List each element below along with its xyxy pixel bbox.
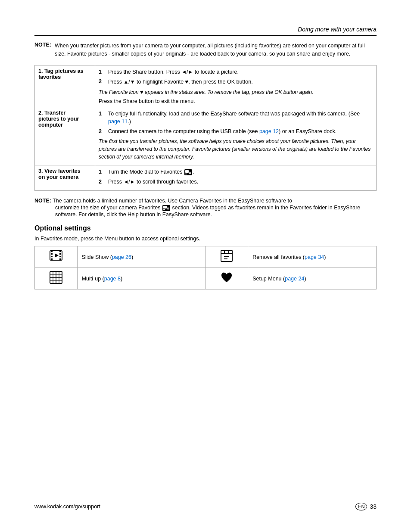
svg-rect-16 bbox=[59, 252, 61, 253]
arrow-lr-view-icon: ◄/► bbox=[123, 179, 135, 185]
favorites-dial-icon bbox=[184, 168, 193, 176]
remove-favorites-label: Remove all favorites (page 34) bbox=[248, 246, 377, 268]
svg-rect-20 bbox=[221, 250, 232, 261]
svg-point-3 bbox=[190, 172, 190, 173]
footer-url: www.kodak.com/go/support bbox=[34, 504, 100, 510]
multiup-icon-cell bbox=[35, 268, 78, 289]
multiup-icon bbox=[49, 271, 63, 284]
step-1-view-text: Turn the Mode dial to Favorites . bbox=[108, 168, 194, 176]
link-remove-fav[interactable]: page 34 bbox=[305, 254, 324, 260]
svg-rect-17 bbox=[59, 255, 61, 256]
row-content-tag: 1 Press the Share button. Press ◄/► to l… bbox=[95, 65, 377, 107]
setup-icon bbox=[220, 271, 234, 284]
step-num-t1: 1 bbox=[99, 110, 106, 126]
step-num-1: 1 bbox=[99, 68, 106, 76]
row-content-transfer: 1 To enjoy full functionality, load and … bbox=[95, 107, 377, 165]
note2-label: NOTE: bbox=[34, 198, 51, 204]
heart-icon-inline: ♥ bbox=[140, 88, 143, 96]
extra-note-tag: Press the Share button to exit the menu. bbox=[99, 98, 373, 104]
optional-settings-intro: In Favorites mode, press the Menu button… bbox=[34, 236, 377, 242]
note2-text: The camera holds a limited number of fav… bbox=[53, 198, 292, 204]
step-1-transfer: 1 To enjoy full functionality, load and … bbox=[99, 110, 373, 126]
svg-rect-1 bbox=[185, 170, 189, 173]
favorites-icon-note bbox=[162, 205, 172, 211]
table-row-tag: 1. Tag pictures asfavorites 1 Press the … bbox=[35, 65, 377, 107]
svg-rect-9 bbox=[163, 209, 165, 210]
svg-rect-21 bbox=[221, 253, 232, 254]
step-2-tag-text: Press ▲/▼ to highlight Favorite ♥, then … bbox=[108, 78, 253, 86]
setup-icon-cell bbox=[206, 268, 248, 289]
optional-settings-table: Slide Show (page 26) Remove all favorite… bbox=[34, 246, 377, 289]
svg-rect-14 bbox=[51, 255, 53, 256]
footer-page-section: EN 33 bbox=[355, 503, 377, 510]
row-header-transfer: 2. Transferpictures to yourcomputer bbox=[35, 107, 95, 165]
step-1-transfer-text: To enjoy full functionality, load and us… bbox=[108, 110, 373, 126]
svg-rect-22 bbox=[224, 250, 225, 253]
page: Doing more with your camera NOTE: When y… bbox=[0, 0, 411, 532]
link-setup[interactable]: page 24 bbox=[285, 276, 304, 282]
remove-favorites-icon bbox=[220, 249, 234, 263]
italic-note-tag: The Favorite icon ♥ appears in the statu… bbox=[99, 88, 373, 96]
step-num-v1: 1 bbox=[99, 168, 106, 176]
optional-row-2: Multi-up (page 8) Setup Menu (page 24) bbox=[35, 268, 377, 289]
step-num-t2: 2 bbox=[99, 128, 106, 136]
note-block-1: NOTE: When you transfer pictures from yo… bbox=[34, 42, 377, 58]
note2-text-cont: customize the size of your camera Favori… bbox=[34, 205, 377, 218]
svg-rect-23 bbox=[228, 250, 229, 253]
svg-rect-4 bbox=[185, 174, 187, 174]
row-header-tag: 1. Tag pictures asfavorites bbox=[35, 65, 95, 107]
link-page11[interactable]: page 11 bbox=[108, 118, 128, 124]
page-number: 33 bbox=[370, 503, 377, 510]
row-header-view: 3. View favoriteson your camera bbox=[35, 165, 95, 190]
setup-menu-label: Setup Menu (page 24) bbox=[248, 268, 377, 289]
step-2-view-text: Press ◄/► to scroll through favorites. bbox=[108, 178, 198, 186]
row-content-view: 1 Turn the Mode dial to Favorites . bbox=[95, 165, 377, 190]
step-num-2: 2 bbox=[99, 78, 106, 86]
svg-marker-19 bbox=[55, 253, 59, 258]
step-1-view: 1 Turn the Mode dial to Favorites . bbox=[99, 168, 373, 176]
link-slideshow[interactable]: page 26 bbox=[112, 254, 131, 260]
svg-rect-18 bbox=[59, 257, 61, 258]
step-2-view: 2 Press ◄/► to scroll through favorites. bbox=[99, 178, 373, 186]
note1-text: When you transfer pictures from your cam… bbox=[55, 42, 377, 58]
main-content-table: 1. Tag pictures asfavorites 1 Press the … bbox=[34, 65, 377, 191]
slideshow-icon bbox=[49, 249, 63, 263]
arrow-ud-icon: ▲/▼ bbox=[123, 79, 135, 85]
step-2-transfer-text: Connect the camera to the computer using… bbox=[108, 128, 336, 136]
table-row-transfer: 2. Transferpictures to yourcomputer 1 To… bbox=[35, 107, 377, 165]
slideshow-label: Slide Show (page 26) bbox=[77, 246, 206, 268]
svg-rect-13 bbox=[51, 252, 53, 253]
svg-rect-15 bbox=[51, 257, 53, 258]
remove-fav-icon-cell bbox=[206, 246, 248, 268]
step-1-tag-text: Press the Share button. Press ◄/► to loc… bbox=[108, 68, 239, 76]
optional-row-1: Slide Show (page 26) Remove all favorite… bbox=[35, 246, 377, 268]
table-row-view: 3. View favoriteson your camera 1 Turn t… bbox=[35, 165, 377, 190]
language-badge: EN bbox=[355, 503, 367, 510]
step-num-v2: 2 bbox=[99, 178, 106, 186]
page-footer: www.kodak.com/go/support EN 33 bbox=[34, 503, 377, 510]
step-2-tag: 2 Press ▲/▼ to highlight Favorite ♥, the… bbox=[99, 78, 373, 86]
italic-note-transfer: The first time you transfer pictures, th… bbox=[99, 137, 373, 161]
note-block-2: NOTE: The camera holds a limited number … bbox=[34, 197, 377, 218]
heart-icon: ♥ bbox=[185, 78, 189, 86]
step-2-transfer: 2 Connect the camera to the computer usi… bbox=[99, 128, 373, 136]
note1-label: NOTE: bbox=[34, 42, 51, 58]
multiup-label: Multi-up (page 8) bbox=[77, 268, 206, 289]
step-1-tag: 1 Press the Share button. Press ◄/► to l… bbox=[99, 68, 373, 76]
link-page12[interactable]: page 12 bbox=[259, 128, 279, 134]
page-header-title: Doing more with your camera bbox=[298, 26, 377, 33]
svg-point-8 bbox=[168, 208, 168, 209]
page-header: Doing more with your camera bbox=[34, 26, 377, 36]
svg-rect-6 bbox=[163, 206, 167, 208]
slideshow-icon-cell bbox=[35, 246, 78, 268]
optional-settings-title: Optional settings bbox=[34, 224, 377, 232]
link-multiup[interactable]: page 8 bbox=[104, 276, 121, 282]
arrow-lr-icon: ◄/► bbox=[181, 69, 193, 75]
